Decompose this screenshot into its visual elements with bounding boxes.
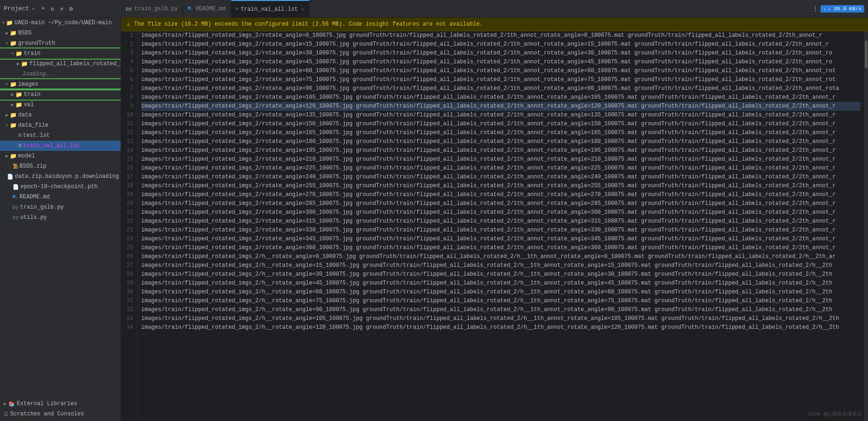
- expand-arrow-icon: ▾: [2, 20, 5, 26]
- sidebar-content[interactable]: ▾ 📁 UAED-main ~/Py_code/UAED-main ▶ 📁 BS…: [0, 18, 121, 396]
- sidebar-item-train-gslb-py[interactable]: py train_gslb.py: [0, 202, 121, 212]
- zip-file-icon: 🗜: [13, 163, 18, 170]
- sidebar-item-train[interactable]: ▾ 📁 train: [0, 48, 121, 59]
- sidebar-item-data-zip[interactable]: 📄 data.zip.baiduyun.p.downloading: [0, 171, 121, 182]
- sidebar-item-data[interactable]: ▶ 📁 data: [0, 110, 121, 120]
- folder-icon: 📁: [15, 50, 22, 57]
- folder-icon: 📁: [10, 81, 17, 88]
- tab-train-gslb[interactable]: py train_gslb.py: [121, 0, 183, 18]
- external-libraries-label: External Libraries: [17, 401, 77, 407]
- train-gslb-label: train_gslb.py: [20, 204, 64, 210]
- bsds-zip-label: BSDS.zip: [20, 163, 47, 170]
- sidebar-item-val[interactable]: ▶ 📁 val: [0, 100, 121, 110]
- utils-label: utils.py: [20, 214, 47, 221]
- table-row: images/train/flipped_rotated_imgs_2/rota…: [141, 111, 861, 120]
- folder-icon: 📁: [15, 102, 22, 109]
- sidebar-item-epoch-pth[interactable]: 📄 epoch-19-checkpoint.pth: [0, 182, 121, 192]
- sidebar-item-root[interactable]: ▾ 📁 UAED-main ~/Py_code/UAED-main: [0, 18, 121, 28]
- expand-arrow-icon: ▶: [11, 92, 14, 97]
- folder-icon: 📁: [15, 91, 22, 98]
- tab-label-train-gslb: train_gslb.py: [134, 6, 178, 12]
- sidebar-item-bsds[interactable]: ▶ 📁 BSDS: [0, 28, 121, 38]
- refresh-icon[interactable]: ↻: [49, 5, 56, 13]
- model-label: model: [18, 153, 35, 159]
- table-row: images/train/flipped_rotated_imgs_2/rota…: [141, 190, 861, 199]
- folder-icon: 📁: [10, 153, 17, 160]
- sidebar-item-flipped[interactable]: ▶ 📁 flipped_all_labels_rotated_2: [0, 59, 121, 69]
- train-label: train: [24, 50, 41, 57]
- val-label: val: [24, 102, 34, 108]
- tab-label-train-val: train_val_all.lst: [241, 6, 298, 13]
- sidebar-item-bsds-zip[interactable]: 🗜 BSDS.zip: [0, 161, 121, 171]
- table-row: images/train/flipped_rotated_imgs_2/rota…: [141, 120, 861, 129]
- expand-arrow-icon: ▶: [11, 102, 14, 108]
- sidebar-item-images[interactable]: ▾ 📁 images: [0, 79, 121, 89]
- sidebar-item-train2[interactable]: ▶ 📁 train: [0, 89, 121, 100]
- py-file-icon: py: [13, 215, 19, 220]
- sidebar-item-groundtruth[interactable]: ▾ 📁 groundTruth: [0, 38, 121, 48]
- groundtruth-label: groundTruth: [18, 40, 55, 47]
- table-row: images/train/flipped_rotated_imgs_2/rota…: [141, 129, 861, 137]
- scrollbar-thumb[interactable]: [865, 41, 868, 68]
- vertical-scrollbar[interactable]: [864, 31, 868, 421]
- list-file-icon: ≡: [18, 143, 21, 149]
- table-row: images/train/flipped_rotated_imgs_2/rota…: [141, 182, 861, 190]
- list-file-icon: ≡: [18, 132, 21, 139]
- table-row: images/train/flipped_rotated_imgs_2/rota…: [141, 67, 861, 75]
- download-speed-value: ↓ 39.9 KB/s: [827, 6, 861, 12]
- add-icon[interactable]: +: [40, 5, 47, 13]
- table-row: images/train/flipped_rotated_imgs_2/h__r…: [141, 314, 861, 323]
- table-row: images/train/flipped_rotated_imgs_2/rota…: [141, 155, 861, 164]
- table-row: images/train/flipped_rotated_imgs_2/rota…: [141, 208, 861, 217]
- toolbar-icons: + ↻ ✕ ⚙: [40, 5, 75, 13]
- table-row: images/train/flipped_rotated_imgs_2/rota…: [141, 84, 861, 93]
- project-label[interactable]: Project: [4, 5, 29, 12]
- table-row: images/train/flipped_rotated_imgs_2/rota…: [141, 164, 861, 173]
- tabs-area: py train_gslb.py M↓ README.md ≡ train_va…: [121, 0, 808, 18]
- scratches-section[interactable]: ☰ Scratches and Consoles: [0, 409, 121, 419]
- table-row: images/train/flipped_rotated_imgs_2/h__r…: [141, 270, 861, 279]
- sidebar-item-model[interactable]: ▶ 📁 model: [0, 151, 121, 161]
- expand-arrow-icon: ▾: [6, 122, 8, 128]
- expand-arrow-icon: ▶: [6, 30, 8, 36]
- lst-file-icon: ≡: [236, 7, 239, 12]
- kebab-menu-icon[interactable]: ⋮: [812, 5, 819, 13]
- table-row: images/train/flipped_rotated_imgs_2/h__r…: [141, 288, 861, 297]
- loading-label: loading...: [22, 71, 56, 77]
- train-val-lst-label: train_val_all.lst: [23, 143, 80, 149]
- tab-train-val[interactable]: ≡ train_val_all.lst ✕: [231, 0, 309, 18]
- watermark: CSDN @心清似水淡若云: [808, 410, 862, 417]
- sidebar: ▾ 📁 UAED-main ~/Py_code/UAED-main ▶ 📁 BS…: [0, 18, 121, 421]
- table-row: images/train/flipped_rotated_imgs_2/rota…: [141, 146, 861, 155]
- table-row: images/train/flipped_rotated_imgs_2/h__r…: [141, 323, 861, 332]
- libraries-icon: 📚: [8, 401, 15, 407]
- table-row: images/train/flipped_rotated_imgs_2/rota…: [141, 49, 861, 58]
- table-row: images/train/flipped_rotated_imgs_2/rota…: [141, 93, 861, 102]
- sidebar-footer: ▶ 📚 External Libraries ☰ Scratches and C…: [0, 396, 121, 421]
- code-content[interactable]: images/train/flipped_rotated_imgs_2/rota…: [137, 31, 864, 421]
- expand-arrow-icon: ▶: [17, 61, 20, 67]
- table-row: images/train/flipped_rotated_imgs_2/rota…: [141, 217, 861, 226]
- tab-close-button[interactable]: ✕: [301, 7, 304, 12]
- list-icon: ☰: [4, 411, 8, 417]
- tab-readme[interactable]: M↓ README.md: [183, 0, 231, 18]
- sidebar-item-utils-py[interactable]: py utils.py: [0, 212, 121, 223]
- table-row: images/train/flipped_rotated_imgs_2/h__r…: [141, 306, 861, 314]
- expand-arrow-icon: ▾: [6, 41, 8, 46]
- file-icon: 📄: [7, 174, 14, 180]
- expand-arrow-icon: ▾: [6, 81, 8, 87]
- table-row: images/train/flipped_rotated_imgs_2/h__r…: [141, 252, 861, 261]
- table-row: images/train/flipped_rotated_imgs_2/rota…: [141, 102, 861, 111]
- folder-icon: 📁: [10, 112, 17, 119]
- sidebar-item-data-file[interactable]: ▾ 📁 data_file: [0, 120, 121, 130]
- sidebar-item-train-val-lst[interactable]: ≡ train_val_all.lst: [0, 141, 121, 151]
- folder-icon: 📁: [10, 30, 17, 37]
- sidebar-item-test-lst[interactable]: ≡ test.lst: [0, 130, 121, 141]
- data-zip-label: data.zip.baiduyun.p.downloading: [15, 173, 119, 180]
- folder-icon: 📁: [10, 40, 17, 47]
- gear-icon[interactable]: ⚙: [68, 5, 75, 13]
- external-libraries-section[interactable]: ▶ 📚 External Libraries: [0, 399, 121, 409]
- close-icon[interactable]: ✕: [58, 5, 66, 13]
- table-row: images/train/flipped_rotated_imgs_2/rota…: [141, 137, 861, 146]
- sidebar-item-readme[interactable]: M↓ README.md: [0, 192, 121, 202]
